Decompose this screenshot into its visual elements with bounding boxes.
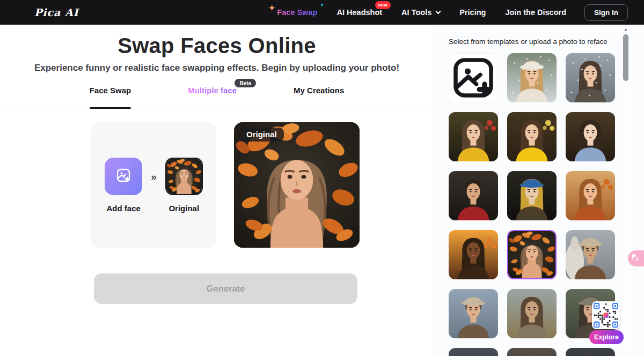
template-field-woman-coat[interactable]: [507, 289, 557, 338]
template-dark-portrait-1[interactable]: [449, 348, 498, 356]
sidebar-header: Select from templates or upload a photo …: [449, 38, 608, 46]
page-subtitle: Experience funny or realistic face swapp…: [0, 63, 434, 73]
swap-direction-icon: »: [151, 171, 157, 183]
nav-item-join-discord[interactable]: Join the Discord: [505, 8, 566, 17]
pica-ai-logo[interactable]: Pica AI: [34, 6, 79, 18]
explore-button[interactable]: Explore: [589, 330, 624, 344]
template-fiery-autumn-woman[interactable]: [449, 230, 498, 279]
top-nav: Pica AI Face Swap✦✦AI HeadshotnewAI Tool…: [0, 0, 644, 25]
template-red-suit-man[interactable]: [449, 171, 498, 220]
qr-pattern: [594, 303, 618, 328]
generate-button[interactable]: Generate: [94, 273, 357, 304]
original-thumb-label: Original: [169, 204, 199, 213]
nav-menu: Face Swap✦✦AI HeadshotnewAI ToolsPricing…: [277, 8, 566, 17]
template-grid: [449, 53, 615, 356]
nav-item-pricing[interactable]: Pricing: [459, 8, 486, 17]
template-autumn-leaves-art[interactable]: [507, 230, 557, 279]
sparkle-mini-icon: ✦: [320, 3, 324, 8]
tab-bar: Face SwapMultiple faceBetaMy Creations: [0, 86, 434, 99]
page-title: Swap Faces Online: [0, 34, 434, 58]
scrollbar-thumb[interactable]: [623, 34, 628, 81]
template-blue-gown-duchess[interactable]: [566, 112, 615, 161]
translate-widget[interactable]: A: [628, 250, 644, 266]
template-pearl-earring-girl[interactable]: [507, 171, 557, 220]
translate-icon: A: [631, 253, 640, 264]
template-young-cowboy[interactable]: [449, 289, 498, 338]
preview-image: Original: [234, 122, 360, 248]
tab-face-swap[interactable]: Face Swap: [90, 86, 131, 99]
image-plus-icon: [115, 167, 131, 186]
template-sidebar: Select from templates or upload a photo …: [434, 25, 644, 356]
new-badge: new: [375, 1, 391, 9]
template-snow-brunette[interactable]: [566, 53, 615, 102]
original-badge: Original: [239, 128, 284, 142]
template-upload-photo[interactable]: [449, 53, 498, 102]
sparkle-icon: ✦: [269, 3, 276, 13]
add-face-button[interactable]: [105, 158, 142, 195]
main-content: Swap Faces Online Experience funny or re…: [0, 25, 434, 356]
add-face-label: Add face: [107, 204, 141, 213]
template-yellow-gown-library[interactable]: [449, 112, 498, 161]
nav-item-ai-tools[interactable]: AI Tools: [401, 8, 440, 17]
image-plus-icon: [449, 54, 497, 102]
scrollbar-up-arrow[interactable]: ▲: [623, 27, 629, 31]
svg-text:A: A: [635, 256, 639, 261]
nav-item-ai-headshot[interactable]: AI Headshotnew: [337, 8, 383, 17]
sign-in-button[interactable]: Sign In: [584, 4, 628, 21]
template-cowboy-with-horse[interactable]: [566, 230, 615, 279]
tab-multiple-face[interactable]: Multiple faceBeta: [188, 86, 237, 99]
app-root: Pica AI Face Swap✦✦AI HeadshotnewAI Tool…: [0, 0, 644, 356]
nav-item-face-swap[interactable]: Face Swap✦✦: [277, 8, 318, 17]
tab-my-creations[interactable]: My Creations: [294, 86, 344, 99]
template-autumn-crown-woman[interactable]: [566, 171, 615, 220]
template-yellow-dress-roses[interactable]: [507, 112, 557, 161]
template-winter-hat-girl[interactable]: [507, 53, 557, 102]
original-thumbnail[interactable]: [165, 158, 203, 195]
scrollbar-track[interactable]: [623, 33, 628, 354]
chevron-down-icon: [436, 9, 441, 14]
qr-code[interactable]: [592, 301, 620, 329]
template-dark-portrait-2[interactable]: [507, 348, 557, 356]
tab-divider: [0, 109, 434, 109]
template-dark-portrait-3[interactable]: [566, 348, 615, 356]
upload-card: Add face » Original: [91, 122, 216, 248]
beta-badge: Beta: [235, 79, 256, 87]
